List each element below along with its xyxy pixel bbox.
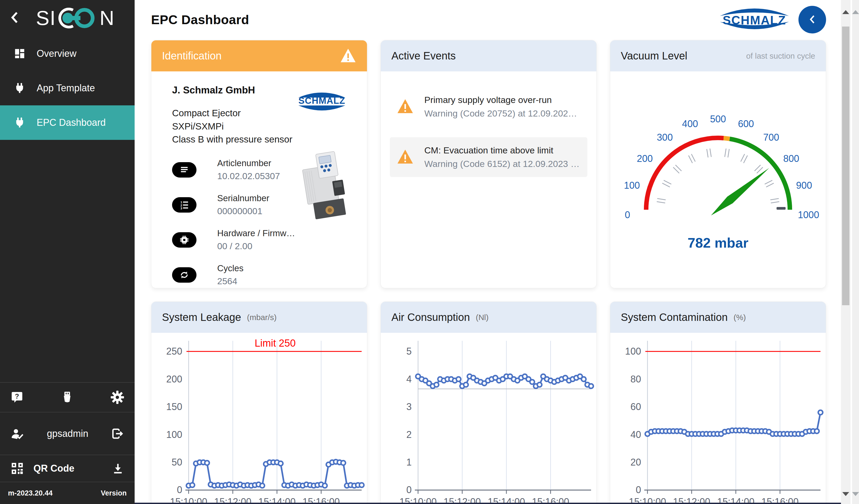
svg-text:5: 5 — [406, 346, 411, 357]
system-leakage-header: System Leakage (mbar/s) — [151, 302, 367, 333]
card-title: System Contamination — [621, 311, 727, 323]
svg-text:900: 900 — [796, 180, 812, 191]
svg-text:3: 3 — [406, 401, 411, 412]
card-unit: (%) — [734, 313, 746, 322]
sidebar-item-label: App Template — [36, 82, 95, 94]
card-vacuum-level: Vacuum Level of last suction cycle 01002… — [610, 40, 826, 288]
leakage-chart: 050100150200250Limit 25015:10:0015:12:00… — [151, 333, 367, 503]
sidebar-item-epc-dashboard[interactable]: EPC Dashboard — [0, 105, 135, 140]
field-hardware-firmware: Hardware / Firmw… 00 / 2.00 — [172, 228, 352, 251]
svg-text:Limit 250: Limit 250 — [255, 338, 296, 349]
svg-text:200: 200 — [637, 153, 653, 164]
scroll-up-arrow-icon[interactable] — [842, 10, 849, 14]
event-subtitle: Warning (Code 6152) at 12.09.2023 … — [424, 159, 580, 169]
schmalz-badge-logo: SCHMALZ — [289, 88, 355, 117]
svg-text:1000: 1000 — [798, 209, 819, 220]
sidebar: SI N Overview App Template — [0, 0, 135, 504]
field-cycles: Cycles 2564 — [172, 263, 352, 286]
svg-text:15:14:00: 15:14:00 — [258, 496, 296, 503]
svg-text:2: 2 — [406, 429, 411, 440]
card-title: Air Consumption — [391, 311, 470, 323]
chevron-left-icon — [9, 10, 21, 26]
air-consumption-chart: 01234515:10:0015:12:0015:14:0015:16:00 — [381, 333, 597, 503]
svg-text:15:16:00: 15:16:00 — [302, 496, 340, 503]
field-value: 10.02.02.05307 — [217, 171, 280, 181]
event-subtitle: Warning (Code 20752) at 12.09.202… — [424, 108, 577, 119]
download-icon[interactable] — [112, 462, 124, 475]
svg-text:15:10:00: 15:10:00 — [629, 496, 666, 503]
svg-text:SCHMALZ: SCHMALZ — [299, 95, 345, 106]
product-line2: Class B with pressure sensor — [172, 133, 294, 146]
svg-text:300: 300 — [657, 132, 673, 143]
svg-text:80: 80 — [630, 374, 641, 385]
inner-scrollbar[interactable] — [841, 0, 850, 504]
warning-icon — [340, 48, 356, 64]
svg-text:40: 40 — [630, 429, 641, 440]
qr-code-label: QR Code — [33, 463, 112, 474]
field-label: Cycles — [217, 263, 243, 273]
card-air-consumption: Air Consumption (Nl) 01234515:10:0015:12… — [380, 302, 597, 504]
user-check-icon[interactable] — [11, 427, 25, 440]
card-active-events: Active Events Primary supply voltage ove… — [380, 40, 597, 288]
sidebar-collapse-button[interactable] — [7, 10, 23, 26]
field-value: 00 / 2.00 — [217, 241, 295, 251]
plug-icon — [13, 82, 27, 94]
svg-text:60: 60 — [630, 401, 641, 412]
svg-text:15:12:00: 15:12:00 — [214, 496, 251, 503]
field-label: Serialnumber — [217, 193, 269, 203]
card-system-leakage: System Leakage (mbar/s) 050100150200250L… — [151, 302, 367, 504]
svg-text:500: 500 — [710, 113, 726, 124]
svg-text:50: 50 — [171, 457, 182, 468]
svg-text:15:12:00: 15:12:00 — [443, 496, 481, 503]
svg-text:100: 100 — [166, 429, 182, 440]
svg-text:3: 3 — [181, 207, 182, 210]
svg-text:15:12:00: 15:12:00 — [673, 496, 710, 503]
chevron-left-icon — [808, 14, 817, 26]
svg-text:782 mbar: 782 mbar — [688, 235, 749, 250]
svg-text:800: 800 — [783, 153, 799, 164]
scroll-down-arrow-icon[interactable] — [852, 492, 859, 496]
outer-scrollbar[interactable] — [852, 0, 859, 504]
svg-text:0: 0 — [625, 209, 630, 220]
svg-text:0: 0 — [406, 484, 411, 495]
event-row[interactable]: Primary supply voltage over-run Warning … — [390, 87, 587, 127]
version-label: Version — [101, 489, 127, 498]
sicon-logo: SI N — [23, 6, 128, 30]
sidebar-item-overview[interactable]: Overview — [0, 36, 135, 71]
scroll-up-arrow-icon[interactable] — [852, 10, 859, 14]
air-consumption-header: Air Consumption (Nl) — [381, 302, 597, 333]
gear-icon[interactable] — [111, 391, 124, 404]
event-title: Primary supply voltage over-run — [424, 95, 577, 105]
username-label: gpsadmin — [25, 428, 111, 439]
logout-icon[interactable] — [111, 427, 124, 440]
svg-text:150: 150 — [166, 401, 182, 412]
panel-collapse-button[interactable] — [798, 6, 826, 33]
svg-text:0: 0 — [177, 484, 182, 495]
viewport-bottom-edge — [135, 503, 841, 504]
help-icon[interactable]: ? — [11, 391, 24, 404]
qr-code-row[interactable]: QR Code — [0, 455, 135, 482]
field-value: 000000001 — [217, 206, 269, 216]
product-image — [295, 151, 356, 224]
system-contamination-header: System Contamination (%) — [610, 302, 826, 333]
field-label: Articlenumber — [217, 158, 280, 168]
sync-icon — [172, 267, 196, 282]
svg-text:250: 250 — [166, 346, 182, 357]
scroll-down-arrow-icon[interactable] — [842, 492, 849, 496]
card-title: Identification — [162, 50, 222, 62]
svg-text:600: 600 — [738, 118, 754, 129]
product-line1: Compact Ejector SXPi/SXMPi — [172, 106, 294, 133]
scrollbar-thumb[interactable] — [842, 27, 849, 305]
usb-device-icon[interactable] — [61, 391, 73, 404]
sicon-chain-icon — [57, 6, 99, 30]
svg-text:700: 700 — [763, 132, 779, 143]
card-unit: (mbar/s) — [247, 313, 277, 322]
sidebar-item-app-template[interactable]: App Template — [0, 71, 135, 105]
vacuum-gauge: 01002003004005006007008009001000782 mbar — [610, 72, 826, 281]
card-system-contamination: System Contamination (%) 02040608010015:… — [610, 302, 826, 504]
event-row[interactable]: CM: Evacuation time above limit Warning … — [390, 137, 587, 177]
svg-text:?: ? — [15, 392, 19, 400]
svg-text:200: 200 — [166, 374, 182, 385]
card-title: Active Events — [391, 50, 456, 62]
active-events-header: Active Events — [381, 40, 597, 72]
